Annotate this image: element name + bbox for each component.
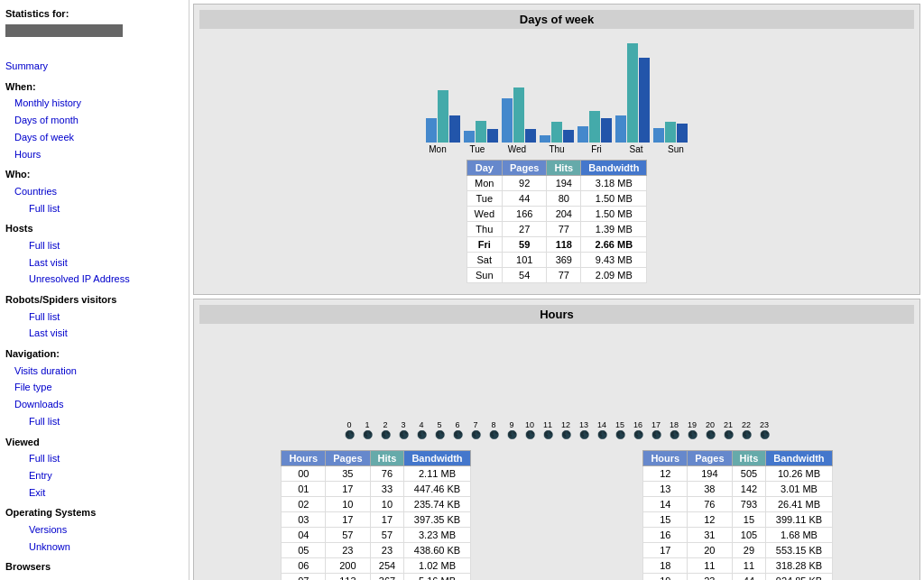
hours-bar-group-21 (712, 418, 727, 419)
hours-pages-bar-14 (592, 411, 599, 419)
table-cell: 793 (732, 497, 766, 512)
table-cell: 3.01 MB (766, 482, 832, 497)
hour-label-11: 11 (540, 420, 556, 429)
table-row: Tue44801.50 MB (467, 191, 647, 207)
hour-label-22: 22 (738, 420, 754, 429)
full-list-2-link[interactable]: Full list (29, 237, 183, 254)
moon-icon-18: 🌑 (666, 430, 682, 439)
moon-icon-20: 🌑 (702, 430, 718, 439)
table-cell: 17 (643, 543, 688, 558)
days-of-week-link[interactable]: Days of week (14, 129, 183, 146)
hours-link[interactable]: Hours (14, 146, 183, 163)
table-cell: 3.23 MB (404, 528, 470, 543)
last-visit-1-link[interactable]: Last visit (29, 254, 183, 272)
full-list-5-link[interactable]: Full list (29, 450, 183, 467)
hour-label-1: 1 (359, 420, 375, 429)
bw-bar-fri (601, 118, 612, 143)
bar-group-mon (426, 90, 460, 143)
table-cell: 14 (643, 497, 688, 512)
hits-bar-fri (589, 111, 600, 143)
dow-table-body: Mon921943.18 MBTue44801.50 MBWed1662041.… (467, 176, 647, 283)
downloads-link[interactable]: Downloads (14, 396, 183, 413)
browsers-versions-link[interactable]: Versions (29, 575, 183, 580)
hours-pages-bar-10 (523, 418, 531, 419)
table-row: 151215399.11 KB (643, 512, 832, 528)
hours-pages-bar-4 (420, 414, 428, 419)
pages-bar-mon (426, 118, 437, 143)
hits-bar-sat (627, 43, 638, 143)
os-versions-link[interactable]: Versions (29, 521, 183, 539)
bar-group-tue (464, 121, 498, 143)
pages-bar-thu (540, 135, 550, 143)
hours-pages-bar-3 (403, 418, 411, 419)
hour-label-7: 7 (467, 420, 484, 429)
table-cell: 04 (282, 528, 326, 543)
hour-label-8: 8 (485, 420, 502, 429)
full-list-4-link[interactable]: Full list (29, 413, 183, 430)
hours-left-h2: Pages (326, 451, 370, 466)
table-cell: 924.85 KB (766, 574, 832, 581)
summary-link[interactable]: Summary (5, 58, 183, 75)
hours-pages-bar-23 (746, 397, 753, 419)
table-cell: 1.50 MB (581, 191, 647, 207)
table-cell: 10 (326, 497, 370, 512)
hours-hits-bar-15 (617, 418, 624, 419)
hour-label-16: 16 (630, 420, 646, 429)
bar-group-wed (502, 87, 536, 143)
unresolved-ip-link[interactable]: Unresolved IP Address (29, 271, 183, 288)
table-cell: 1.68 MB (766, 528, 832, 543)
os-unknown-link[interactable]: Unknown (29, 539, 183, 556)
hours-hits-bar-23 (754, 397, 762, 419)
countries-link[interactable]: Countries (14, 183, 183, 200)
bar-group-sun (653, 122, 688, 143)
days-of-week-table: Day Pages Hits Bandwidth Mon921943.18 MB… (467, 160, 648, 283)
table-cell: 118 (547, 237, 581, 253)
hours-bar-group-6 (455, 393, 470, 419)
hours-bar-group-22 (729, 417, 744, 419)
monthly-history-link[interactable]: Monthly history (14, 95, 183, 112)
pages-bar-wed (502, 98, 513, 143)
last-visit-2-link[interactable]: Last visit (29, 325, 183, 342)
table-row: 021010235.74 KB (282, 497, 470, 512)
hours-bar-group-17 (643, 417, 659, 419)
sidebar: Statistics for: Summary When: Monthly hi… (0, 0, 189, 580)
entry-link[interactable]: Entry (29, 467, 183, 484)
file-type-link[interactable]: File type (14, 379, 183, 396)
moon-icon-12: 🌑 (558, 430, 574, 439)
hours-bar-group-11 (541, 407, 556, 419)
table-cell: 10.26 MB (766, 466, 832, 482)
hours-bar-group-20 (695, 406, 710, 419)
stats-input[interactable] (5, 24, 123, 37)
table-cell: 254 (370, 558, 404, 574)
exit-link[interactable]: Exit (29, 484, 183, 502)
hits-col-header: Hits (547, 161, 581, 176)
visits-duration-link[interactable]: Visits duration (14, 363, 183, 380)
moon-icon-17: 🌑 (648, 430, 664, 439)
full-list-1-link[interactable]: Full list (29, 200, 183, 217)
hours-bar-group-5 (438, 417, 453, 419)
hour-label-6: 6 (449, 420, 466, 429)
table-cell: 18 (643, 558, 688, 574)
full-list-3-link[interactable]: Full list (29, 308, 183, 326)
pages-bar-sat (615, 115, 626, 143)
hours-bar-group-13 (575, 405, 590, 419)
bw-bar-mon (449, 115, 460, 143)
table-cell: 397.35 KB (404, 512, 470, 528)
hits-bar-sun (665, 122, 676, 143)
hours-bar-group-23 (746, 397, 762, 419)
days-of-month-link[interactable]: Days of month (14, 112, 183, 129)
hours-title: Hours (199, 305, 914, 324)
hours-hits-bar-2 (394, 419, 402, 419)
hours-hits-bar-14 (600, 338, 607, 419)
table-row: 0457573.23 MB (282, 528, 470, 543)
hours-bar-group-12 (558, 368, 573, 419)
hours-left-h4: Bandwidth (404, 451, 470, 466)
hours-bar-group-0 (352, 411, 367, 419)
hour-label-19: 19 (684, 420, 700, 429)
table-row: Wed1662041.50 MB (467, 207, 647, 222)
hours-pages-bar-18 (661, 419, 668, 419)
table-cell: 23 (688, 574, 732, 581)
table-cell: 101 (503, 253, 547, 268)
moon-icon-3: 🌑 (395, 430, 411, 439)
table-row: 1219450510.26 MB (643, 466, 832, 482)
